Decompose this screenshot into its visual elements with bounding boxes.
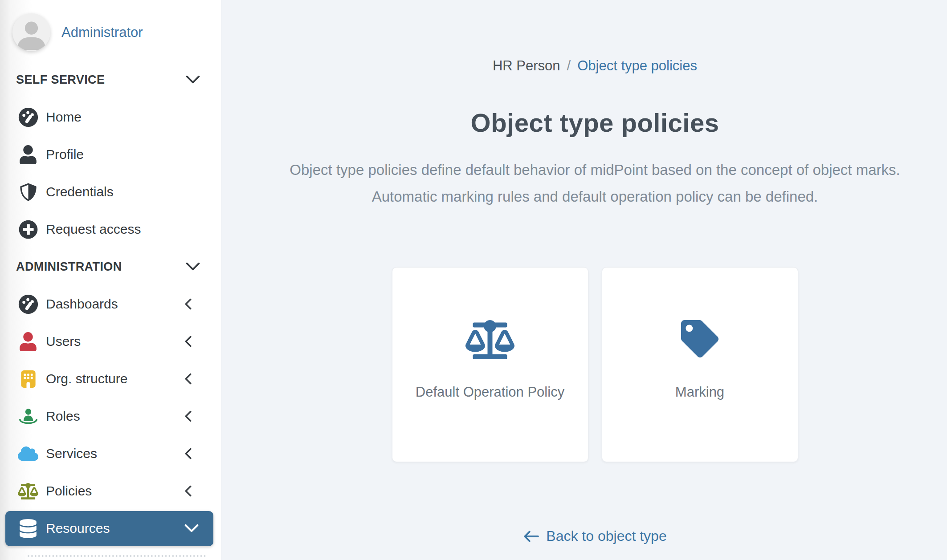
card-marking[interactable]: Marking [602, 267, 798, 462]
balance-scale-icon [392, 320, 588, 359]
sidebar-item-label: Users [46, 334, 81, 349]
breadcrumb-parent[interactable]: HR Person [493, 58, 560, 73]
gauge-icon [18, 294, 38, 314]
sidebar-item-resources-row: Resources [0, 510, 221, 547]
gauge-icon [18, 107, 38, 127]
card-label: Default Operation Policy [392, 384, 588, 400]
back-link[interactable]: Back to object type [243, 528, 947, 544]
sidebar-item-resources[interactable]: Resources [5, 511, 213, 546]
policy-cards: Default Operation Policy Marking [243, 267, 947, 462]
submenu-divider [28, 555, 206, 557]
avatar[interactable] [12, 13, 50, 51]
user-icon [18, 331, 38, 352]
main-content: HR Person/Object type policies Object ty… [222, 0, 947, 560]
person-silhouette-icon [12, 13, 50, 51]
tag-icon [602, 320, 798, 357]
sidebar-item-profile[interactable]: Profile [0, 136, 221, 173]
sidebar-item-label: Home [46, 110, 82, 125]
sidebar-item-label: Roles [46, 409, 80, 424]
chevron-left-icon [183, 410, 193, 422]
card-label: Marking [602, 384, 798, 400]
sidebar-item-request-access[interactable]: Request access [0, 211, 221, 248]
person-ring-icon [18, 406, 38, 426]
chevron-left-icon [183, 485, 193, 497]
sidebar-item-policies[interactable]: Policies [0, 472, 221, 510]
chevron-down-icon [184, 524, 199, 533]
sidebar-item-label: Request access [46, 222, 141, 237]
sidebar-item-label: Services [46, 446, 97, 461]
chevron-left-icon [183, 298, 193, 310]
sidebar-item-label: Org. structure [46, 371, 127, 386]
sidebar-item-label: Dashboards [46, 296, 118, 312]
card-default-operation-policy[interactable]: Default Operation Policy [392, 267, 588, 462]
back-link-label: Back to object type [546, 528, 666, 544]
page-description: Object type policies define default beha… [283, 157, 907, 210]
sidebar-item-users[interactable]: Users [0, 323, 221, 360]
cloud-icon [18, 443, 38, 464]
user-panel: Administrator [12, 13, 143, 51]
user-link[interactable]: Administrator [61, 24, 143, 41]
breadcrumb-separator: / [567, 58, 571, 73]
sidebar-item-credentials[interactable]: Credentials [0, 173, 221, 211]
user-icon [18, 144, 38, 165]
breadcrumb: HR Person/Object type policies [243, 57, 947, 75]
sidebar-item-label: Resources [46, 521, 110, 536]
page-title: Object type policies [243, 108, 947, 138]
arrow-left-icon [523, 530, 539, 543]
chevron-down-icon [185, 75, 200, 84]
sidebar-item-org-structure[interactable]: Org. structure [0, 360, 221, 398]
section-label: SELF SERVICE [16, 73, 105, 87]
chevron-left-icon [183, 373, 193, 385]
sidebar-nav: SELF SERVICE Home Profile [0, 61, 221, 547]
plus-circle-icon [18, 219, 38, 239]
sidebar-section-self-service[interactable]: SELF SERVICE [0, 61, 221, 98]
building-icon [18, 369, 38, 389]
sidebar: Administrator SELF SERVICE Home [0, 0, 221, 560]
chevron-left-icon [183, 335, 193, 348]
breadcrumb-current-link[interactable]: Object type policies [577, 58, 697, 73]
sidebar-item-dashboards[interactable]: Dashboards [0, 285, 221, 323]
database-icon [18, 518, 38, 539]
balance-scale-icon [18, 481, 38, 501]
shield-icon [18, 182, 38, 202]
sidebar-item-label: Credentials [46, 184, 114, 199]
section-label: ADMINISTRATION [16, 260, 122, 274]
sidebar-item-label: Profile [46, 147, 84, 162]
chevron-left-icon [183, 447, 193, 460]
sidebar-item-label: Policies [46, 483, 92, 499]
sidebar-item-home[interactable]: Home [0, 98, 221, 136]
sidebar-item-roles[interactable]: Roles [0, 398, 221, 435]
chevron-down-icon [185, 262, 200, 271]
sidebar-section-administration[interactable]: ADMINISTRATION [0, 248, 221, 285]
sidebar-item-services[interactable]: Services [0, 435, 221, 472]
